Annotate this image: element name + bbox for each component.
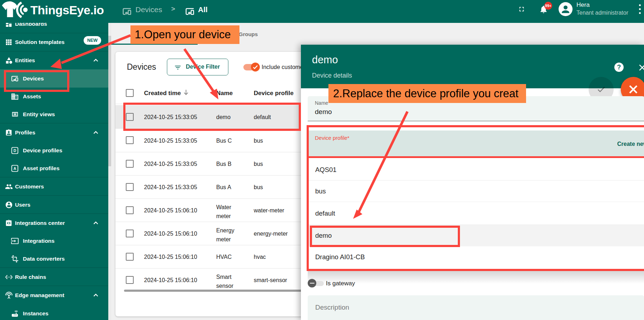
svg-text:A: A <box>14 166 16 171</box>
svg-text:D: D <box>14 148 16 153</box>
